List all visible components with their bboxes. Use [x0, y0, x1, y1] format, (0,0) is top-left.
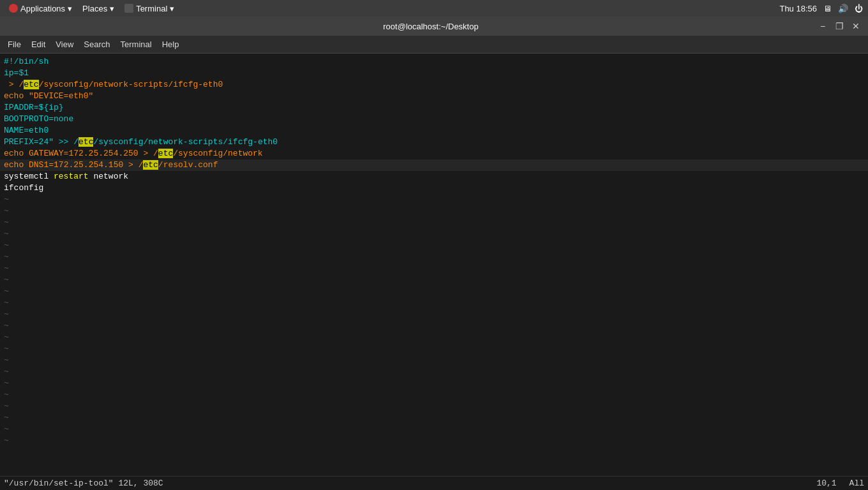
- editor-tilde-12: ~: [0, 320, 868, 332]
- editor-tilde-14: ~: [0, 343, 868, 355]
- applications-label: Applications: [20, 4, 65, 13]
- menu-help[interactable]: Help: [157, 38, 184, 50]
- editor-tilde-10: ~: [0, 297, 868, 309]
- terminal-menu[interactable]: Terminal ▾: [121, 3, 178, 15]
- terminal-icon: [124, 4, 133, 13]
- editor-tilde-19: ~: [0, 401, 868, 412]
- editor-tilde-9: ~: [0, 286, 868, 297]
- close-button[interactable]: ✕: [850, 20, 862, 32]
- system-bar-left: Applications ▾ Places ▾ Terminal ▾: [5, 3, 178, 15]
- editor-line-5: IPADDR=${ip}: [0, 102, 868, 114]
- places-label: Places: [82, 4, 107, 13]
- editor-tilde-18: ~: [0, 389, 868, 401]
- power-icon[interactable]: ⏻: [855, 4, 863, 13]
- editor-tilde-16: ~: [0, 366, 868, 378]
- screen-icon: 🖥: [823, 4, 832, 13]
- editor-tilde-4: ~: [0, 228, 868, 240]
- volume-icon: 🔊: [838, 4, 848, 13]
- editor-line-2: ip=$1: [0, 68, 868, 79]
- minimize-button[interactable]: −: [817, 20, 828, 32]
- applications-chevron: ▾: [68, 4, 72, 13]
- view-mode: All: [849, 479, 864, 488]
- places-menu[interactable]: Places ▾: [79, 3, 118, 15]
- editor-area[interactable]: #!/bin/sh ip=$1 > /etc/sysconfig/network…: [0, 54, 868, 476]
- editor-tilde-22: ~: [0, 435, 868, 447]
- editor-tilde-17: ~: [0, 378, 868, 389]
- editor-line-8: PREFIX=24" >> /etc/sysconfig/network-scr…: [0, 137, 868, 148]
- window-title: root@localhost:~/Desktop: [45, 22, 817, 31]
- editor-line-10: echo DNS1=172.25.254.150 > /etc/resolv.c…: [0, 160, 868, 171]
- editor-tilde-3: ~: [0, 217, 868, 228]
- editor-tilde-5: ~: [0, 240, 868, 251]
- editor-tilde-11: ~: [0, 309, 868, 320]
- terminal-window: root@localhost:~/Desktop − ❐ ✕ File Edit…: [0, 17, 868, 490]
- terminal-chevron: ▾: [170, 4, 174, 13]
- datetime-label: Thu 18:56: [779, 4, 817, 13]
- menu-terminal[interactable]: Terminal: [116, 38, 157, 50]
- title-bar-controls: − ❐ ✕: [817, 20, 862, 32]
- places-chevron: ▾: [110, 4, 114, 13]
- menu-bar: File Edit View Search Terminal Help: [0, 36, 868, 54]
- terminal-label: Terminal: [136, 4, 167, 13]
- system-bar: Applications ▾ Places ▾ Terminal ▾ Thu 1…: [0, 0, 868, 17]
- editor-tilde-13: ~: [0, 332, 868, 343]
- editor-line-3: > /etc/sysconfig/network-scripts/ifcfg-e…: [0, 79, 868, 91]
- menu-edit[interactable]: Edit: [26, 38, 50, 50]
- maximize-button[interactable]: ❐: [834, 20, 845, 32]
- applications-menu[interactable]: Applications ▾: [5, 3, 76, 15]
- menu-view[interactable]: View: [50, 38, 79, 50]
- menu-search[interactable]: Search: [79, 38, 115, 50]
- editor-tilde-7: ~: [0, 263, 868, 274]
- editor-line-6: BOOTPROTO=none: [0, 114, 868, 125]
- system-bar-right: Thu 18:56 🖥 🔊 ⏻: [779, 4, 863, 13]
- editor-line-1: #!/bin/sh: [0, 56, 868, 68]
- editor-tilde-6: ~: [0, 251, 868, 263]
- status-bar: "/usr/bin/set-ip-tool" 12L, 308C 10,1 Al…: [0, 476, 868, 490]
- editor-tilde-2: ~: [0, 205, 868, 217]
- file-info: "/usr/bin/set-ip-tool" 12L, 308C: [4, 479, 163, 488]
- editor-tilde-15: ~: [0, 355, 868, 366]
- cursor-position: 10,1: [816, 479, 836, 488]
- title-bar: root@localhost:~/Desktop − ❐ ✕: [0, 17, 868, 36]
- editor-line-9: echo GATEWAY=172.25.254.250 > /etc/sysco…: [0, 148, 868, 160]
- editor-line-7: NAME=eth0: [0, 125, 868, 137]
- editor-tilde-20: ~: [0, 412, 868, 424]
- editor-line-4: echo "DEVICE=eth0": [0, 91, 868, 102]
- editor-tilde-8: ~: [0, 274, 868, 286]
- editor-line-12: ifconfig: [0, 182, 868, 194]
- editor-tilde-21: ~: [0, 424, 868, 435]
- status-position-group: 10,1 All: [816, 479, 864, 488]
- app-icon: [9, 4, 18, 13]
- editor-tilde-1: ~: [0, 194, 868, 205]
- editor-line-11: systemctl restart network: [0, 171, 868, 182]
- menu-file[interactable]: File: [3, 38, 26, 50]
